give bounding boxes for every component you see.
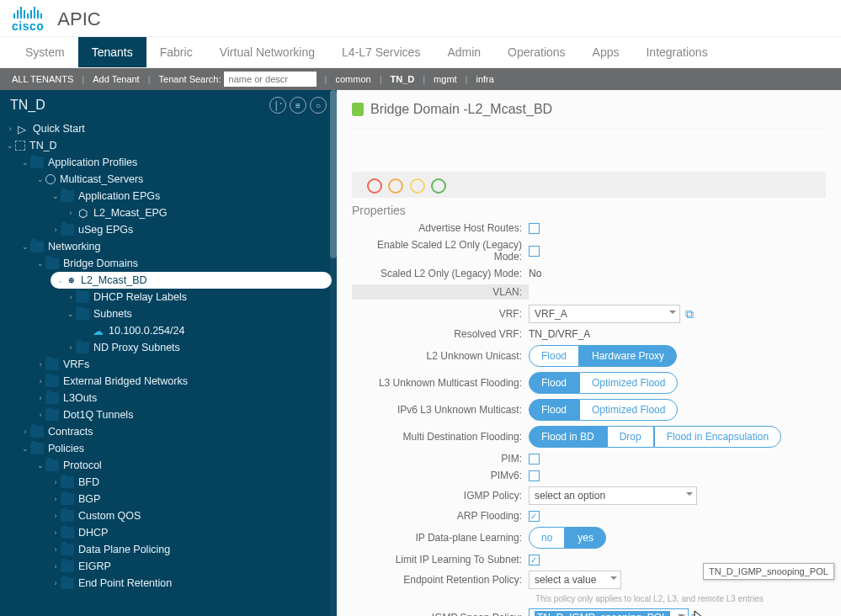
- tree-action-3[interactable]: ○: [310, 97, 327, 114]
- folder-icon: [30, 157, 44, 168]
- ctx-tn-d[interactable]: TN_D: [391, 74, 415, 84]
- tree-dhcp[interactable]: ›DHCP: [45, 524, 337, 541]
- lbl-ipdp: IP Data-plane Learning:: [352, 532, 529, 544]
- pill-l3-optimized[interactable]: Optimized Flood: [579, 372, 678, 394]
- val-resolved-vrf: TN_D/VRF_A: [529, 328, 590, 340]
- lbl-ep-ret: Endpoint Retention Policy:: [352, 574, 529, 586]
- tree-l2-epg[interactable]: ›⬡L2_Mcast_EPG: [61, 204, 337, 221]
- ctx-infra[interactable]: infra: [476, 74, 493, 84]
- play-icon: ▷: [15, 123, 29, 135]
- tree-tenant[interactable]: ⌄TN_D: [0, 137, 337, 154]
- pill-flood-encap[interactable]: Flood in Encapsulation: [654, 426, 781, 448]
- folder-icon: [61, 493, 74, 505]
- major-icon[interactable]: [388, 178, 403, 194]
- cisco-logo: cisco: [12, 5, 44, 33]
- warning-icon[interactable]: [431, 178, 446, 194]
- tree-policies[interactable]: ⌄Policies: [15, 440, 337, 457]
- nav-apps[interactable]: Apps: [579, 37, 633, 67]
- tree-scrollbar[interactable]: [330, 90, 337, 616]
- tree-app-epgs[interactable]: ⌄Application EPGs: [45, 188, 337, 204]
- alert-icons: [352, 172, 826, 198]
- pill-l2-flood[interactable]: Flood: [529, 345, 579, 367]
- tree-subnets[interactable]: ⌄Subnets: [61, 305, 337, 322]
- nav-fabric[interactable]: Fabric: [146, 37, 206, 67]
- ext-link-icon[interactable]: ⧉: [691, 611, 700, 617]
- nav-integrations[interactable]: Integrations: [632, 37, 721, 67]
- pill-ipv6-flood[interactable]: Flood: [529, 399, 579, 421]
- nav-l4l7[interactable]: L4-L7 Services: [328, 37, 434, 67]
- all-tenants-link[interactable]: ALL TENANTS: [12, 74, 73, 84]
- tree-bfd[interactable]: ›BFD: [45, 474, 337, 491]
- pill-ipv6-optimized[interactable]: Optimized Flood: [579, 399, 678, 421]
- nav-tenants[interactable]: Tenants: [78, 37, 146, 67]
- tree-eigrp[interactable]: ›EIGRP: [45, 558, 337, 575]
- folder-icon: [61, 560, 74, 572]
- tree-action-2[interactable]: ≡: [290, 97, 306, 114]
- folder-icon: [45, 358, 59, 370]
- tree-app-profiles[interactable]: ⌄Application Profiles: [15, 154, 337, 171]
- tree-bridge-domains[interactable]: ⌄Bridge Domains: [30, 255, 337, 272]
- lbl-l3-unknown: L3 Unknown Multicast Flooding:: [352, 377, 529, 389]
- tree-contracts[interactable]: ›Contracts: [15, 423, 337, 440]
- folder-icon: [61, 510, 74, 522]
- tree-endpoint-retention[interactable]: ›End Point Retention: [45, 575, 337, 592]
- tree-protocol[interactable]: ⌄Protocol: [30, 457, 337, 474]
- folder-icon: [45, 392, 59, 404]
- pill-l3-flood[interactable]: Flood: [529, 372, 579, 394]
- tree-nd-proxy[interactable]: ›ND Proxy Subnets: [61, 339, 337, 356]
- val-scaled: No: [529, 268, 541, 279]
- chk-arp[interactable]: [529, 511, 540, 522]
- chk-scaled-enable[interactable]: [529, 246, 540, 257]
- tree-quick-start[interactable]: ›▷Quick Start: [0, 120, 337, 137]
- tree-dot1q[interactable]: ›Dot1Q Tunnels: [30, 406, 337, 423]
- folder-icon: [61, 577, 74, 589]
- nav-operations[interactable]: Operations: [494, 37, 578, 67]
- tree-custom-qos[interactable]: ›Custom QOS: [45, 507, 337, 524]
- nav-system[interactable]: System: [12, 37, 78, 67]
- ctx-mgmt[interactable]: mgmt: [434, 74, 457, 84]
- tree-vrfs[interactable]: ›VRFs: [30, 356, 337, 373]
- tree-action-1[interactable]: │ʼ: [269, 97, 286, 114]
- chk-limitip[interactable]: [529, 555, 540, 566]
- tree-networking[interactable]: ⌄Networking: [15, 238, 337, 255]
- tree-subnet-ip[interactable]: ☁10.100.0.254/24: [76, 322, 337, 339]
- nav-admin[interactable]: Admin: [434, 37, 494, 67]
- pill-ipdp-yes[interactable]: yes: [565, 527, 606, 549]
- tree-ext-bridged[interactable]: ›External Bridged Networks: [30, 373, 337, 390]
- lbl-scaled: Scaled L2 Only (Legacy) Mode:: [352, 268, 529, 279]
- minor-icon[interactable]: [410, 178, 425, 194]
- sel-igmp-snoop[interactable]: TN_D_IGMP_snooping_POL: [529, 608, 689, 616]
- tree-useg[interactable]: ›uSeg EPGs: [45, 221, 337, 238]
- folder-icon: [76, 291, 89, 303]
- add-tenant-link[interactable]: Add Tenant: [93, 74, 139, 84]
- chk-adv-host[interactable]: [529, 223, 540, 234]
- lbl-pimv6: PIMv6:: [352, 470, 529, 481]
- tooltip: TN_D_IGMP_snooping_POL: [703, 563, 834, 580]
- nav-virtual-networking[interactable]: Virtual Networking: [206, 37, 328, 67]
- pill-l2-hwproxy[interactable]: Hardware Proxy: [579, 345, 677, 367]
- folder-icon: [76, 342, 89, 353]
- chk-pimv6[interactable]: [529, 470, 540, 481]
- main-nav: System Tenants Fabric Virtual Networking…: [0, 37, 841, 68]
- chk-pim[interactable]: [529, 454, 540, 465]
- tree-dhcp-relay[interactable]: ›DHCP Relay Labels: [61, 289, 337, 305]
- sel-igmp-policy[interactable]: select an option: [529, 486, 697, 505]
- folder-icon: [61, 476, 74, 488]
- tree-mcast-servers[interactable]: ⌄Multicast_Servers: [30, 171, 337, 188]
- tree-dataplane[interactable]: ›Data Plane Policing: [45, 541, 337, 558]
- tree-l3outs[interactable]: ›L3Outs: [30, 390, 337, 406]
- ext-link-icon[interactable]: ⧉: [685, 307, 694, 321]
- critical-icon[interactable]: [367, 178, 382, 194]
- tenant-search-input[interactable]: [224, 72, 317, 87]
- clear-icon[interactable]: ✕: [679, 613, 686, 617]
- sel-ep-ret[interactable]: select a value: [529, 571, 621, 589]
- sel-vrf[interactable]: VRF_A: [529, 305, 680, 323]
- lbl-arp: ARP Flooding:: [352, 510, 529, 522]
- pill-flood-bd[interactable]: Flood in BD: [529, 426, 607, 448]
- shield-icon: [352, 103, 364, 116]
- ctx-common[interactable]: common: [335, 74, 370, 84]
- pill-drop[interactable]: Drop: [607, 426, 654, 448]
- tree-l2-bd[interactable]: ⌄⊕L2_Mcast_BD: [51, 272, 332, 289]
- pill-ipdp-no[interactable]: no: [529, 527, 565, 549]
- tree-bgp[interactable]: ›BGP: [45, 491, 337, 507]
